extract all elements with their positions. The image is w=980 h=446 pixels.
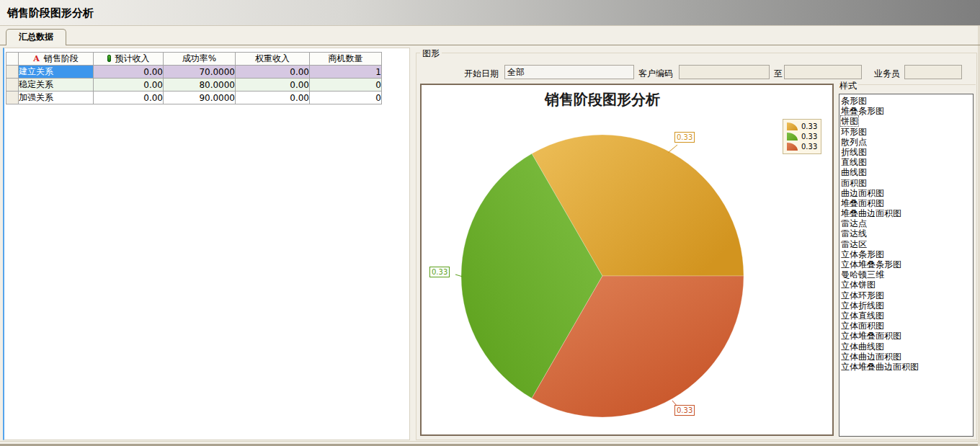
value-cell[interactable]: 0: [310, 92, 382, 104]
stage-cell[interactable]: 建立关系: [19, 66, 94, 79]
style-list-item[interactable]: 立体折线图: [841, 300, 972, 311]
legend-swatch-icon: [787, 143, 798, 151]
style-list-item-label: 立体折线图: [841, 300, 884, 311]
column-header-label: 销售阶段: [44, 53, 79, 63]
style-list-item-label: 立体堆叠条形图: [841, 259, 901, 269]
table-row[interactable]: 加强关系0.0090.00000.000: [6, 92, 382, 104]
style-list-item-label: 曲线图: [841, 167, 867, 177]
style-groupbox-label: 样式: [838, 80, 858, 92]
table-row[interactable]: 稳定关系0.0080.00000.000: [6, 79, 382, 92]
style-list-item-label: 立体面积图: [841, 321, 884, 331]
style-list-item-label: 曼哈顿三维: [841, 269, 884, 280]
column-header-opportunity-count[interactable]: 商机数量: [310, 53, 382, 66]
column-header-label: 权重收入: [255, 53, 290, 63]
style-list-item[interactable]: 立体面积图: [841, 321, 972, 331]
style-list-item[interactable]: 雷达点: [841, 218, 972, 228]
style-list-item[interactable]: 条形图: [841, 96, 972, 106]
legend-label: 0.33: [801, 143, 817, 151]
style-list-item-label: 立体饼图: [841, 280, 876, 290]
style-list-item[interactable]: 曲边面积图: [841, 188, 972, 198]
value-cell[interactable]: 70.0000: [164, 66, 236, 79]
style-list-item[interactable]: 立体堆叠面积图: [841, 331, 972, 341]
style-list-item-label: 立体直线图: [841, 311, 884, 321]
style-list-item[interactable]: 散列点: [841, 137, 972, 147]
style-list-item[interactable]: 立体条形图: [841, 249, 972, 259]
style-list-item-label: 立体条形图: [841, 249, 884, 259]
legend-label: 0.33: [801, 133, 817, 141]
style-list-item-label: 条形图: [841, 96, 867, 106]
row-selector-header[interactable]: [6, 53, 19, 66]
row-selector[interactable]: [6, 79, 19, 92]
graph-groupbox-label: 图形: [420, 48, 442, 60]
sort-a-icon: A: [33, 54, 40, 63]
style-list-item[interactable]: 直线图: [841, 157, 972, 167]
style-list-item-label: 雷达区: [841, 239, 867, 249]
style-list-item[interactable]: 面积图: [841, 178, 972, 188]
style-list-item[interactable]: 立体饼图: [841, 280, 972, 290]
column-header-label: 商机数量: [329, 53, 363, 63]
style-list-item[interactable]: 饼图: [841, 116, 972, 126]
table-header-row: A销售阶段 预计收入 成功率% 权重收入 商机数量: [6, 53, 382, 66]
value-cell[interactable]: 1: [310, 66, 382, 79]
style-list-item[interactable]: 堆叠条形图: [841, 106, 972, 116]
style-list-item[interactable]: 立体曲线图: [841, 342, 972, 352]
panel-bottom-divider: [0, 441, 980, 442]
style-list-item-label: 折线图: [841, 147, 867, 157]
to-label: 至: [774, 68, 783, 80]
style-groupbox-line: [856, 84, 976, 85]
column-header-expected-revenue[interactable]: 预计收入: [94, 53, 164, 66]
start-date-input[interactable]: [504, 65, 634, 79]
tab-summary-data[interactable]: 汇总数据: [6, 29, 66, 45]
start-date-label: 开始日期: [464, 68, 499, 80]
value-cell[interactable]: 0.00: [94, 79, 164, 92]
style-list-item[interactable]: 立体堆叠条形图: [841, 259, 972, 269]
page-title: 销售阶段图形分析: [7, 6, 94, 20]
style-list-item-label: 立体堆叠面积图: [841, 331, 901, 341]
table-row[interactable]: 建立关系0.0070.00000.001: [6, 66, 382, 79]
style-list-item[interactable]: 立体曲边面积图: [841, 352, 972, 362]
style-list-item[interactable]: 堆叠面积图: [841, 198, 972, 208]
legend-label: 0.33: [801, 122, 817, 130]
value-cell[interactable]: 0.00: [236, 92, 310, 104]
column-header-stage[interactable]: A销售阶段: [19, 53, 94, 66]
chart-legend: 0.330.330.33: [783, 119, 821, 154]
style-list-item-label: 堆叠曲边面积图: [841, 208, 901, 218]
style-list-item[interactable]: 堆叠曲边面积图: [841, 208, 972, 218]
stage-cell[interactable]: 加强关系: [19, 92, 94, 104]
style-list-item-label: 立体曲线图: [841, 342, 884, 352]
slice-value-callout: 0.33: [674, 132, 695, 143]
value-cell[interactable]: 80.0000: [164, 79, 236, 92]
tabstrip-divider: [0, 45, 980, 45]
style-list-item-label: 堆叠面积图: [841, 198, 884, 208]
row-selector[interactable]: [6, 66, 19, 79]
callout-leader-line: [668, 145, 677, 153]
style-list-item[interactable]: 雷达线: [841, 228, 972, 238]
column-header-weighted-revenue[interactable]: 权重收入: [236, 53, 310, 66]
value-cell[interactable]: 0.00: [94, 66, 164, 79]
row-selector[interactable]: [6, 92, 19, 104]
customer-code-label: 客户编码: [638, 68, 673, 80]
style-list-item[interactable]: 环形图: [841, 127, 972, 137]
style-list-item[interactable]: 曲线图: [841, 167, 972, 177]
style-list-item[interactable]: 折线图: [841, 147, 972, 157]
value-cell[interactable]: 0: [310, 79, 382, 92]
style-list-item[interactable]: 立体堆叠曲边面积图: [841, 362, 972, 372]
style-listbox[interactable]: 条形图堆叠条形图饼图环形图散列点折线图直线图曲线图面积图曲边面积图堆叠面积图堆叠…: [839, 94, 974, 437]
customer-code-to-input[interactable]: [784, 65, 862, 79]
value-cell[interactable]: 0.00: [236, 66, 310, 79]
style-list-item[interactable]: 雷达区: [841, 239, 972, 249]
stage-cell[interactable]: 稳定关系: [19, 79, 94, 92]
style-list-item-label: 面积图: [841, 178, 867, 188]
style-list-item[interactable]: 立体环形图: [841, 290, 972, 300]
style-list-item-label: 雷达线: [841, 228, 867, 238]
customer-code-input[interactable]: [679, 65, 770, 79]
column-header-success-rate[interactable]: 成功率%: [164, 53, 236, 66]
style-list-item-label: 雷达点: [841, 218, 867, 228]
salesman-input[interactable]: [904, 65, 962, 79]
legend-row: 0.33: [787, 122, 817, 130]
style-list-item[interactable]: 立体直线图: [841, 311, 972, 321]
value-cell[interactable]: 0.00: [94, 92, 164, 104]
style-list-item[interactable]: 曼哈顿三维: [841, 269, 972, 280]
value-cell[interactable]: 0.00: [236, 79, 310, 92]
value-cell[interactable]: 90.0000: [164, 92, 236, 104]
